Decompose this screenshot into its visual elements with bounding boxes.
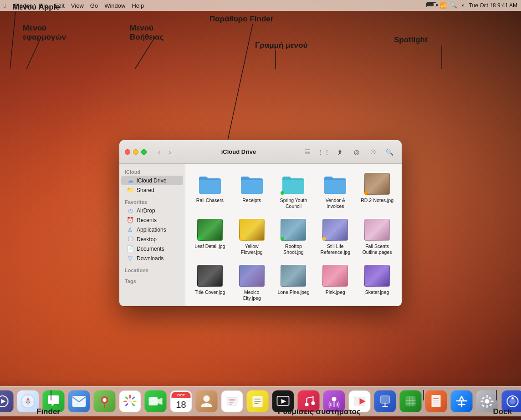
file-rd2-notes[interactable]: RD.2-Notes.jpg bbox=[358, 169, 396, 212]
dock-screen-time[interactable] bbox=[501, 390, 521, 413]
sidebar-item-applications[interactable]: ♙ Applications bbox=[121, 225, 183, 234]
file-still-life[interactable]: Still Life Reference.jpg bbox=[316, 215, 354, 258]
view-menu[interactable]: View bbox=[71, 2, 84, 9]
maximize-button[interactable] bbox=[141, 149, 147, 155]
svg-point-34 bbox=[204, 395, 210, 402]
dock-system-preferences[interactable] bbox=[475, 390, 499, 413]
edit-menu[interactable]: Edit bbox=[54, 2, 64, 9]
dock-reminders[interactable] bbox=[220, 390, 244, 413]
file-pink[interactable]: Pink.jpeg bbox=[316, 261, 354, 304]
dock-calendar[interactable]: OCT 18 bbox=[169, 390, 193, 413]
file-rooftop-shoot[interactable]: Rooftop Shoot.jpg bbox=[275, 215, 313, 258]
sidebar-airdrop-label: AirDrop bbox=[137, 207, 155, 214]
control-center-icon[interactable]: ⚬ bbox=[461, 2, 465, 9]
help-menu[interactable]: Help bbox=[132, 2, 144, 9]
file-rd2-notes-label: RD.2-Notes.jpg bbox=[361, 197, 393, 203]
view-icon-button[interactable]: ☰ bbox=[301, 147, 314, 157]
sidebar-item-airdrop[interactable]: ◴ AirDrop bbox=[121, 206, 183, 215]
file-title-cover[interactable]: Title Cover.jpg bbox=[191, 261, 229, 304]
sidebar-item-documents[interactable]: 📄 Documents bbox=[121, 244, 183, 253]
dock-tv[interactable] bbox=[271, 390, 295, 413]
sidebar-item-shared[interactable]: 📁 Shared bbox=[121, 185, 183, 195]
svg-rect-67 bbox=[486, 405, 488, 408]
dock-news[interactable] bbox=[348, 390, 372, 413]
app-name-menu[interactable]: Finder bbox=[14, 2, 32, 9]
file-skater[interactable]: Skater.jpeg bbox=[358, 261, 396, 304]
back-button[interactable]: ‹ bbox=[154, 147, 164, 157]
sidebar-item-desktop[interactable]: 🖵 Desktop bbox=[121, 234, 183, 244]
dock-launchpad[interactable] bbox=[0, 390, 15, 413]
sidebar-locations-label: Locations bbox=[119, 266, 185, 274]
share-button[interactable]: ⮭ bbox=[333, 147, 347, 157]
svg-marker-33 bbox=[158, 398, 163, 405]
search-icon[interactable]: 🔍 bbox=[450, 2, 457, 9]
minimize-button[interactable] bbox=[133, 149, 138, 155]
dock-messages[interactable] bbox=[42, 390, 66, 413]
file-skater-label: Skater.jpeg bbox=[365, 289, 389, 295]
file-menu[interactable]: File bbox=[38, 2, 48, 9]
sidebar-item-icloud-drive[interactable]: ☁ iCloud Drive bbox=[121, 176, 183, 185]
file-spring-youth-council[interactable]: Spring Youth Council bbox=[275, 169, 313, 212]
window-menu[interactable]: Window bbox=[104, 2, 125, 9]
datetime: Tue Oct 18 9:41 AM bbox=[469, 2, 517, 9]
svg-marker-13 bbox=[1, 399, 6, 404]
recents-icon: ⏰ bbox=[127, 217, 134, 223]
wifi-icon: 📶 bbox=[440, 2, 447, 9]
traffic-lights bbox=[125, 149, 147, 155]
forward-button[interactable]: › bbox=[165, 147, 175, 157]
dock-container: OCT 18 bbox=[0, 386, 521, 416]
file-leaf-detail[interactable]: Leaf Detail.jpg bbox=[191, 215, 229, 258]
dock-pages[interactable] bbox=[424, 390, 448, 413]
dock-mail[interactable] bbox=[67, 390, 91, 413]
file-lone-pine-label: Lone Pine.jpeg bbox=[277, 289, 309, 295]
dock-app-store[interactable] bbox=[450, 390, 474, 413]
apple-menu-button[interactable]:  bbox=[4, 2, 6, 9]
dock-maps[interactable] bbox=[93, 390, 117, 413]
dock-keynote[interactable] bbox=[373, 390, 397, 413]
file-pink-label: Pink.jpeg bbox=[326, 289, 345, 295]
file-spring-youth-council-label: Spring Youth Council bbox=[276, 197, 311, 209]
svg-rect-73 bbox=[489, 397, 491, 400]
svg-rect-68 bbox=[481, 401, 484, 402]
close-button[interactable] bbox=[125, 149, 130, 155]
sidebar-item-recents[interactable]: ⏰ Recents bbox=[121, 215, 183, 225]
dock-photos[interactable] bbox=[118, 390, 142, 413]
dock-facetime[interactable] bbox=[144, 390, 168, 413]
menu-bar:  Finder File Edit View Go Window Help 📶… bbox=[0, 0, 521, 11]
sidebar-downloads-label: Downloads bbox=[137, 255, 163, 262]
svg-rect-60 bbox=[432, 395, 441, 407]
svg-line-29 bbox=[133, 397, 134, 399]
file-rooftop-shoot-label: Rooftop Shoot.jpg bbox=[276, 243, 311, 255]
dock-safari[interactable] bbox=[16, 390, 40, 413]
sidebar-item-downloads[interactable]: ▽ Downloads bbox=[121, 253, 183, 263]
finder-toolbar-controls: ☰ ⋮⋮ ⮭ ◎ ☉ 🔍 bbox=[301, 147, 396, 157]
file-vendor-invoices[interactable]: Vendor & Invoices bbox=[316, 169, 354, 212]
svg-point-46 bbox=[312, 401, 315, 405]
dock-music[interactable] bbox=[297, 390, 321, 413]
finder-files: Rail Chasers Receipts bbox=[185, 164, 402, 306]
search-button[interactable]: 🔍 bbox=[383, 147, 396, 157]
sidebar-recents-label: Recents bbox=[137, 217, 157, 223]
view-list-button[interactable]: ⋮⋮ bbox=[317, 147, 331, 157]
finder-content: iCloud ☁ iCloud Drive 📁 Shared Favorites… bbox=[119, 164, 402, 306]
finder-sidebar: iCloud ☁ iCloud Drive 📁 Shared Favorites… bbox=[119, 164, 185, 306]
go-menu[interactable]: Go bbox=[90, 2, 98, 9]
file-fall-scents[interactable]: Fall Scents Outline.pages bbox=[358, 215, 396, 258]
file-mexico-city[interactable]: Mexico City.jpeg bbox=[233, 261, 271, 304]
file-rail-chasers[interactable]: Rail Chasers bbox=[191, 169, 229, 212]
sidebar-tags-label: Tags bbox=[119, 277, 185, 285]
airdrop-icon: ◴ bbox=[127, 207, 134, 214]
tag-button[interactable]: ◎ bbox=[350, 147, 363, 157]
dock-notes[interactable] bbox=[246, 390, 270, 413]
svg-rect-69 bbox=[491, 401, 494, 402]
file-leaf-detail-label: Leaf Detail.jpg bbox=[194, 243, 225, 249]
icloud-drive-icon: ☁ bbox=[127, 177, 134, 184]
dock-podcasts[interactable] bbox=[322, 390, 346, 413]
dock-contacts[interactable] bbox=[195, 390, 219, 413]
action-button[interactable]: ☉ bbox=[366, 147, 380, 157]
file-receipts[interactable]: Receipts bbox=[233, 169, 271, 212]
dock-numbers[interactable] bbox=[399, 390, 423, 413]
file-yellow-flower[interactable]: Yellow Flower.jpg bbox=[233, 215, 271, 258]
file-lone-pine[interactable]: Lone Pine.jpeg bbox=[275, 261, 313, 304]
svg-rect-66 bbox=[486, 395, 488, 398]
